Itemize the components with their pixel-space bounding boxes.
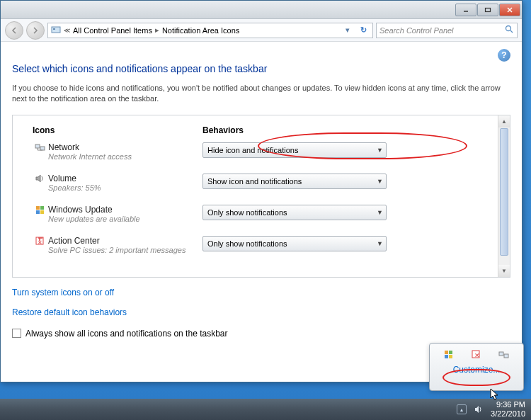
history-dropdown-icon[interactable]: ▾: [341, 24, 354, 37]
item-name: Action Center: [48, 236, 202, 246]
list-item: Network Network Internet access Hide ico…: [33, 142, 496, 161]
svg-rect-24: [499, 352, 503, 356]
search-input[interactable]: Search Control Panel: [376, 23, 518, 38]
list-item: Windows Update New updates are available…: [33, 205, 496, 223]
chevron-down-icon: ▼: [377, 147, 383, 154]
always-show-checkbox[interactable]: [12, 329, 21, 338]
breadcrumb[interactable]: ≪ All Control Panel Items▸ Notification …: [47, 23, 373, 38]
item-subtitle: Solve PC issues: 2 important messages: [48, 246, 202, 254]
behavior-dropdown-update[interactable]: Only show notifications ▼: [202, 205, 387, 220]
address-row: ≪ All Control Panel Items▸ Notification …: [1, 19, 522, 42]
behavior-dropdown-volume[interactable]: Show icon and notifications ▼: [202, 174, 387, 189]
item-name: Network: [48, 142, 202, 152]
system-icons-link[interactable]: Turn system icons on or off: [12, 288, 510, 297]
item-name: Windows Update: [48, 205, 202, 215]
behavior-dropdown-network[interactable]: Hide icon and notifications ▼: [202, 142, 387, 158]
customize-link[interactable]: Customize...: [435, 365, 518, 375]
svg-rect-21: [449, 355, 452, 358]
svg-rect-4: [52, 27, 60, 33]
control-panel-icon: [51, 25, 61, 35]
svg-rect-9: [40, 147, 45, 150]
page-description: If you choose to hide icons and notifica…: [12, 83, 510, 105]
close-button[interactable]: [499, 4, 520, 16]
tray-network-icon[interactable]: [498, 349, 510, 361]
svg-rect-14: [36, 210, 40, 214]
content-area: ? Select which icons and notifications a…: [1, 42, 522, 384]
scroll-down-icon[interactable]: ▼: [498, 265, 510, 277]
svg-text:✕: ✕: [474, 352, 480, 359]
column-headers: Icons Behaviors: [33, 125, 496, 135]
chevron-down-icon: ▼: [377, 178, 383, 185]
behavior-dropdown-action-center[interactable]: Only show notifications ▼: [202, 236, 387, 251]
item-name: Volume: [48, 174, 202, 183]
refresh-icon[interactable]: ↻: [357, 24, 370, 37]
clock-time: 9:36 PM: [491, 400, 525, 409]
tray-action-center-icon[interactable]: ✕: [471, 349, 482, 361]
scrollbar[interactable]: ▲ ▼: [498, 115, 510, 277]
svg-rect-20: [445, 355, 448, 358]
action-center-icon: ✕: [33, 236, 48, 246]
checkbox-label: Always show all icons and notifications …: [25, 329, 228, 339]
col-behaviors: Behaviors: [202, 125, 496, 135]
icons-list-pane: Icons Behaviors Network Network Internet…: [12, 115, 510, 278]
chevron-down-icon: ▼: [377, 209, 383, 216]
network-icon: [33, 142, 48, 152]
control-panel-window: ≪ All Control Panel Items▸ Notification …: [0, 0, 523, 382]
svg-rect-13: [40, 206, 44, 210]
volume-icon: [33, 174, 48, 183]
svg-point-6: [506, 26, 511, 31]
show-hidden-icons-button[interactable]: ▴: [457, 404, 467, 414]
breadcrumb-page[interactable]: Notification Area Icons: [162, 26, 239, 35]
svg-rect-8: [35, 144, 40, 148]
chevron-right-icon: ▸: [155, 25, 159, 35]
scroll-up-icon[interactable]: ▲: [498, 115, 510, 127]
search-placeholder: Search Control Panel: [379, 26, 454, 35]
tray-hidden-icons: ✕: [435, 349, 518, 361]
svg-text:✕: ✕: [38, 239, 42, 246]
svg-rect-19: [449, 351, 452, 354]
windows-update-icon: [33, 205, 48, 215]
search-icon: [505, 25, 514, 35]
svg-line-7: [510, 30, 513, 33]
breadcrumb-back-icon: ≪: [64, 27, 70, 34]
always-show-checkbox-row: Always show all icons and notifications …: [12, 329, 510, 339]
dropdown-value: Only show notifications: [207, 208, 287, 217]
item-subtitle: Speakers: 55%: [48, 183, 202, 192]
dropdown-value: Only show notifications: [207, 239, 287, 248]
dropdown-value: Hide icon and notifications: [207, 146, 298, 154]
item-subtitle: New updates are available: [48, 215, 202, 223]
list-item: ✕ Action Center Solve PC issues: 2 impor…: [33, 236, 496, 254]
dropdown-value: Show icon and notifications: [207, 177, 302, 186]
scroll-thumb[interactable]: [500, 128, 508, 256]
item-subtitle: Network Internet access: [48, 152, 202, 161]
col-icons: Icons: [33, 125, 202, 135]
svg-rect-18: [445, 351, 448, 354]
taskbar: ▴ 9:36 PM 3/22/2010: [0, 399, 531, 420]
tray-popup: ✕ Customize...: [429, 343, 524, 391]
svg-rect-12: [36, 206, 40, 210]
cursor-icon: [490, 388, 500, 401]
page-title: Select which icons and notifications app…: [12, 63, 510, 74]
taskbar-clock[interactable]: 9:36 PM 3/22/2010: [491, 400, 525, 418]
clock-date: 3/22/2010: [491, 409, 525, 419]
chevron-down-icon: ▼: [377, 240, 383, 247]
svg-rect-25: [504, 354, 508, 358]
tray-update-icon[interactable]: [443, 349, 455, 361]
svg-rect-5: [53, 28, 55, 30]
maximize-button[interactable]: [477, 4, 498, 16]
back-button[interactable]: [5, 21, 23, 40]
taskbar-volume-icon[interactable]: [474, 404, 484, 414]
svg-rect-1: [486, 8, 491, 11]
titlebar: [1, 1, 522, 19]
breadcrumb-root[interactable]: All Control Panel Items: [73, 26, 152, 35]
forward-button[interactable]: [26, 21, 45, 40]
list-item: Volume Speakers: 55% Show icon and notif…: [33, 174, 496, 192]
help-icon[interactable]: ?: [498, 49, 510, 62]
restore-defaults-link[interactable]: Restore default icon behaviors: [12, 307, 510, 317]
svg-rect-15: [40, 210, 44, 214]
minimize-button[interactable]: [455, 4, 476, 16]
